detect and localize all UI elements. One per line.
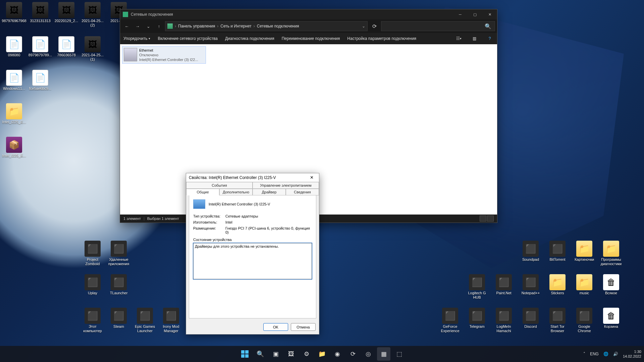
desktop-icon[interactable]: 📄fce5ae6bc9... (28, 70, 53, 91)
tray-chevron-icon[interactable]: ˄ (583, 352, 585, 356)
desktop-icon[interactable]: 📁Stickers (545, 274, 570, 295)
network-adapter-item[interactable]: Ethernet Отключено Intel(R) Ethernet Con… (122, 46, 206, 64)
crumb-2[interactable]: Сетевые подключения (257, 24, 299, 28)
desktop-icon[interactable]: 🖼2021-04-25...(1) (80, 36, 105, 62)
desktop-icon[interactable]: ⬛Paint.Net (491, 274, 517, 295)
widgets-button[interactable]: 🖼 (284, 347, 298, 361)
diagnose-button[interactable]: Диагностика подключения (225, 36, 274, 41)
icon-label: Windows11... (1, 86, 27, 91)
help-button[interactable]: ? (486, 35, 494, 43)
desktop-icon[interactable]: ⬛Irony Mod Manager (158, 308, 184, 333)
forward-button[interactable]: → (133, 21, 142, 31)
icon-label: Этот компьютер (80, 324, 105, 333)
file-explorer-taskbar-icon[interactable]: 📁 (315, 347, 329, 361)
desktop-icon[interactable]: ⬛Notepad++ (518, 274, 543, 295)
tab-driver[interactable]: Драйвер (253, 189, 286, 195)
explorer-titlebar[interactable]: Сетевые подключения ─ ▢ ✕ (120, 9, 497, 19)
start-button[interactable] (238, 347, 252, 361)
close-button[interactable]: ✕ (482, 9, 497, 19)
location-label: Размещение: (193, 226, 225, 234)
search-button[interactable]: 🔍 (254, 347, 267, 361)
chrome-taskbar-icon[interactable]: ◉ (331, 347, 344, 361)
desktop-icon[interactable]: 📄786036578 (54, 36, 79, 57)
desktop-icon[interactable]: 🗑Всякое (598, 274, 624, 295)
address-bar[interactable]: › Панель управления › Сеть и Интернет › … (165, 21, 368, 31)
location-value: Гнездо PCI 7 (PCI-шина 6, устройство 0, … (225, 226, 312, 234)
address-dropdown[interactable]: ⌄ (362, 24, 365, 28)
steam-taskbar-icon[interactable]: ⟳ (346, 347, 360, 361)
desktop-icon[interactable]: ⬛GeForce Experience (437, 308, 463, 333)
desktop-icon[interactable]: 📁music (572, 274, 597, 295)
view-options-button[interactable]: ☷ ▾ (455, 35, 463, 43)
desktop-icon[interactable]: ⬛LogMeIn Hamachi (491, 308, 517, 333)
desktop-icon[interactable]: ⬛Discord (518, 308, 543, 329)
volume-tray-icon[interactable]: 🔊 (613, 352, 618, 356)
desktop-icon[interactable]: ⬛Epic Games Launcher (132, 308, 158, 333)
desktop-icon[interactable]: ⬛Steam (106, 308, 131, 329)
crumb-1[interactable]: Сеть и Интернет (220, 24, 251, 28)
desktop-icon[interactable]: ⬛Logitech G HUB (464, 274, 490, 300)
tab-details[interactable]: Сведения (286, 189, 319, 195)
desktop-icon[interactable]: ⬛Soundpad (518, 241, 543, 262)
desktop-icon[interactable]: 🖼2021-04-25...(2) (80, 2, 105, 27)
desktop-icon[interactable]: ⬛TLauncher (106, 274, 131, 295)
desktop-icon[interactable]: 📄098080 (1, 36, 27, 57)
desktop-icon[interactable]: 🖼3123131313 (28, 2, 53, 23)
desktop-icon[interactable]: ⬛BitTorrent (545, 241, 570, 262)
desktop-icon[interactable]: 📄Windows11... (1, 70, 27, 91)
rename-button[interactable]: Переименование подключения (282, 36, 340, 41)
ok-button[interactable]: OK (263, 323, 288, 331)
desktop-icon[interactable]: ⬛Google Chrome (572, 308, 597, 333)
search-box[interactable]: 🔍 (381, 21, 495, 31)
enable-device-button[interactable]: Включение сетевого устройства (158, 36, 218, 41)
dialog-titlebar[interactable]: Свойства: Intel(R) Ethernet Controller (… (186, 173, 319, 182)
desktop-icon[interactable]: ⬛Удаленные приложения (106, 241, 131, 266)
desktop-icon[interactable]: ⬛Uplay (80, 274, 105, 295)
tab-power[interactable]: Управление электропитанием (253, 182, 319, 189)
desktop-icon[interactable]: 📁Программы диагностики (598, 241, 624, 266)
device-status-text[interactable] (193, 243, 312, 279)
clock[interactable]: 1:30 14.02.2022 (623, 349, 641, 359)
icon-label: Logitech G HUB (464, 291, 490, 300)
desktop-icon[interactable]: 🗑Корзина (598, 308, 624, 329)
desktop-icon[interactable]: 🖼987976967968 (1, 2, 27, 23)
discord-taskbar-icon[interactable]: ◎ (362, 347, 375, 361)
desktop-icon[interactable]: ⬛Start Tor Browser (545, 308, 570, 333)
refresh-button[interactable]: ⟳ (369, 23, 380, 29)
maximize-button[interactable]: ▢ (468, 9, 482, 19)
control-panel-taskbar-icon[interactable]: ▦ (377, 347, 390, 361)
back-button[interactable]: ← (122, 21, 131, 31)
desktop-icon[interactable]: 📁Картиночки (572, 241, 597, 262)
desktop-icon[interactable]: 🖼20220129_2... (54, 2, 79, 23)
icon-label: Удаленные приложения (106, 257, 131, 266)
network-tray-icon[interactable]: 🌐 (603, 352, 608, 356)
tab-advanced[interactable]: Дополнительно (219, 189, 253, 195)
desktop-icon[interactable]: 📦Intel_I225_E... (1, 137, 27, 158)
desktop-icon[interactable]: ⬛Project Zomboid (80, 241, 105, 266)
desktop-icon[interactable]: 📁Intel_I225_E... (1, 103, 27, 124)
language-indicator[interactable]: ENG (590, 352, 599, 356)
file-icon: ⬛ (549, 308, 566, 324)
tab-general[interactable]: Общие (186, 189, 219, 195)
task-view-button[interactable]: ▣ (269, 347, 282, 361)
crumb-0[interactable]: Панель управления (178, 24, 215, 28)
desktop-icon[interactable]: 📄8979879789... (28, 36, 53, 57)
adapter-device: Intel(R) Ethernet Controller (3) I22... (139, 57, 203, 62)
details-view-button[interactable] (480, 216, 486, 222)
preview-pane-button[interactable]: ▥ (470, 35, 478, 43)
tiles-view-button[interactable] (487, 216, 494, 222)
minimize-button[interactable]: ─ (453, 9, 468, 19)
desktop-icon[interactable]: ⬛Этот компьютер (80, 308, 105, 333)
connection-settings-button[interactable]: Настройка параметров подключения (347, 36, 416, 41)
icon-label: TLauncher (106, 291, 131, 295)
settings-taskbar-icon[interactable]: ⚙ (300, 347, 313, 361)
icon-label: 987976967968 (1, 19, 27, 23)
app-taskbar-icon[interactable]: ⬚ (392, 347, 406, 361)
organize-menu[interactable]: Упорядочить ▾ (123, 36, 150, 41)
tab-events[interactable]: События (186, 182, 253, 189)
cancel-button[interactable]: Отмена (291, 323, 316, 331)
dialog-close-button[interactable]: ✕ (307, 174, 316, 181)
desktop-icon[interactable]: ⬛Telegram (464, 308, 490, 329)
recent-dropdown[interactable]: ⌄ (144, 21, 153, 31)
up-button[interactable]: ↑ (154, 21, 164, 31)
